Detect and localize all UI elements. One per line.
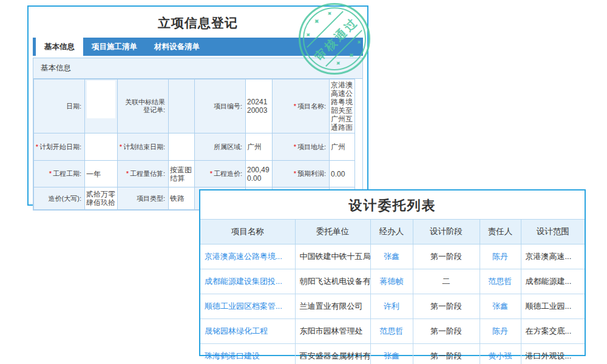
required-asterisk: * — [294, 170, 296, 178]
tab-material-equipment-list[interactable]: 材料设备清单 — [146, 38, 208, 56]
form-field-label: 造价(大写): — [34, 187, 85, 210]
form-field-value[interactable]: 200,490.00 — [246, 161, 273, 187]
form-field-label: *工程量估算: — [118, 161, 169, 187]
project-name-link[interactable]: 晟铭园林绿化工程 — [200, 319, 295, 344]
column-header-1: 委托单位 — [295, 220, 370, 244]
form-field-value[interactable]: 按蓝图结算 — [169, 161, 195, 187]
field-value-text: 铁路 — [170, 194, 185, 203]
handler-name-link[interactable]: 张鑫 — [370, 344, 413, 364]
form-field-value[interactable]: 京港澳高速公路粤境韶关至广州互通路面 — [330, 79, 355, 133]
field-value-text: 广州 — [247, 143, 262, 151]
form-field-label: 关联中标结果登记单: — [118, 79, 169, 133]
field-value-text: 200,490.00 — [247, 166, 270, 183]
form-field-label: *工程工期: — [34, 161, 85, 187]
field-value-text: 广州 — [331, 143, 345, 151]
form-row: *工程工期:一年*工程量估算:按蓝图结算*工程造价:200,490.00*预期利… — [34, 161, 355, 187]
scope-text: 顺德工业园... — [521, 294, 585, 319]
form-field-value[interactable]: 一年 — [85, 161, 118, 187]
form-field-value — [85, 133, 118, 161]
owner-name-link[interactable]: 黄小强 — [480, 344, 521, 364]
form-field-label: *项目地址: — [273, 133, 330, 161]
owner-name-link[interactable]: 陈丹 — [480, 244, 521, 269]
commission-list-title: 设计委托列表 — [200, 197, 585, 215]
required-asterisk: * — [120, 143, 122, 151]
project-name-link[interactable]: 顺德工业园区档案管... — [200, 294, 295, 319]
form-field-value[interactable]: 贰拾万零肆佰玖拾 — [85, 187, 118, 210]
table-header-row: 项目名称委托单位经办人设计阶段责任人设计范围 — [200, 220, 585, 244]
form-row: 日期:关联中标结果登记单:项目编号:2024120003*项目名称:京港澳高速公… — [34, 79, 355, 133]
form-field-value[interactable]: 2024120003 — [246, 79, 273, 133]
registration-panel: 立项信息登记 基本信息 项目施工清单 材料设备清单 基本信息 日期:关联中标结果… — [27, 5, 368, 206]
field-label-text: 计划开始日期: — [39, 143, 81, 151]
field-label-text: 项目类型: — [137, 195, 165, 203]
project-name-link[interactable]: 成都能源建设集团投... — [200, 269, 295, 294]
field-label-text: 项目地址: — [297, 143, 326, 151]
scope-text: 港口外观设... — [521, 344, 585, 364]
commission-table: 项目名称委托单位经办人设计阶段责任人设计范围 京港澳高速公路粤境...中国铁建中… — [200, 219, 585, 364]
required-asterisk: * — [294, 143, 296, 151]
field-value-text: 0.00 — [331, 170, 345, 178]
form-field-label: 所属区域: — [195, 133, 246, 161]
field-label-text: 关联中标结果登记单: — [119, 98, 165, 114]
column-header-0: 项目名称 — [200, 220, 295, 244]
project-name-link[interactable]: 珠海鹤港口建设 — [200, 344, 295, 364]
form-field-value — [169, 133, 195, 161]
form-field-label: 项目类型: — [118, 187, 169, 210]
form-field-value[interactable]: 铁路 — [169, 187, 195, 210]
column-header-2: 经办人 — [370, 220, 413, 244]
field-label-text: 计划结束日期: — [123, 143, 165, 151]
field-label-text: 工程造价: — [214, 170, 242, 178]
scope-text: 成都能源建... — [521, 269, 585, 294]
owner-name-link[interactable]: 张鑫 — [480, 294, 521, 319]
field-label-text: 项目编号: — [214, 103, 242, 110]
date-input[interactable] — [87, 81, 115, 118]
tab-bar: 基本信息 项目施工清单 材料设备清单 — [33, 38, 363, 56]
handler-name-link[interactable]: 张鑫 — [370, 244, 413, 269]
field-value-text: 一年 — [86, 170, 101, 178]
table-row: 京港澳高速公路粤境...中国铁建中铁十五局...张鑫第一阶段陈丹京港澳高速... — [200, 244, 585, 269]
field-value-text: 京港澳高速公路粤境韶关至广州互通路面 — [331, 81, 353, 132]
column-header-5: 设计范围 — [521, 220, 585, 244]
project-name-link[interactable]: 京港澳高速公路粤境... — [200, 244, 295, 269]
stage-label: 第一阶段 — [413, 244, 480, 269]
basic-info-section: 基本信息 日期:关联中标结果登记单:项目编号:2024120003*项目名称:京… — [33, 58, 363, 211]
form-field-label: *计划开始日期: — [34, 133, 85, 161]
table-row: 珠海鹤港口建设西安盛器金属材料有...张鑫第一阶段黄小强港口外观设... — [200, 344, 585, 364]
handler-name-link[interactable]: 蒋德帧 — [370, 269, 413, 294]
tab-basic-info[interactable]: 基本信息 — [36, 38, 83, 56]
commission-list-panel: 设计委托列表 项目名称委托单位经办人设计阶段责任人设计范围 京港澳高速公路粤境.… — [199, 189, 586, 356]
scope-text: 在方案交底... — [521, 319, 585, 344]
table-row: 成都能源建设集团投...朝阳飞达机电设备有...蒋德帧二范思哲成都能源建... — [200, 269, 585, 294]
stage-label: 第一阶段 — [413, 294, 480, 319]
form-field-value — [85, 79, 118, 133]
stage-label: 二 — [413, 269, 480, 294]
handler-name-link[interactable]: 范思哲 — [370, 319, 413, 344]
form-field-value[interactable]: 0.00 — [330, 161, 355, 187]
form-field-label: 日期: — [34, 79, 85, 133]
registration-page-title: 立项信息登记 — [29, 15, 367, 32]
client-name: 西安盛器金属材料有... — [295, 344, 370, 364]
owner-name-link[interactable]: 范思哲 — [480, 269, 521, 294]
form-field-label: *工程造价: — [195, 161, 246, 187]
section-title: 基本信息 — [33, 58, 362, 79]
form-field-value[interactable]: 广州 — [330, 133, 355, 161]
client-name: 东阳市园林管理处 — [295, 319, 370, 344]
client-name: 朝阳飞达机电设备有... — [295, 269, 370, 294]
scope-text: 京港澳高速... — [521, 244, 585, 269]
column-header-4: 责任人 — [480, 220, 521, 244]
form-field-value[interactable]: 广州 — [246, 133, 273, 161]
field-label-text: 预期利润: — [297, 170, 326, 178]
required-asterisk: * — [210, 170, 212, 178]
required-asterisk: * — [36, 143, 38, 151]
client-name: 中国铁建中铁十五局... — [295, 244, 370, 269]
form-field-label: *项目名称: — [273, 79, 330, 133]
client-name: 兰迪置业有限公司 — [295, 294, 370, 319]
stage-label: 第一阶段 — [413, 319, 480, 344]
form-field-value — [169, 79, 195, 133]
handler-name-link[interactable]: 许利 — [370, 294, 413, 319]
column-header-3: 设计阶段 — [413, 220, 480, 244]
field-label-text: 项目名称: — [297, 103, 326, 110]
required-asterisk: * — [126, 170, 129, 178]
owner-name-link[interactable]: 陈丹 — [480, 319, 521, 344]
tab-construction-list[interactable]: 项目施工清单 — [83, 38, 146, 56]
